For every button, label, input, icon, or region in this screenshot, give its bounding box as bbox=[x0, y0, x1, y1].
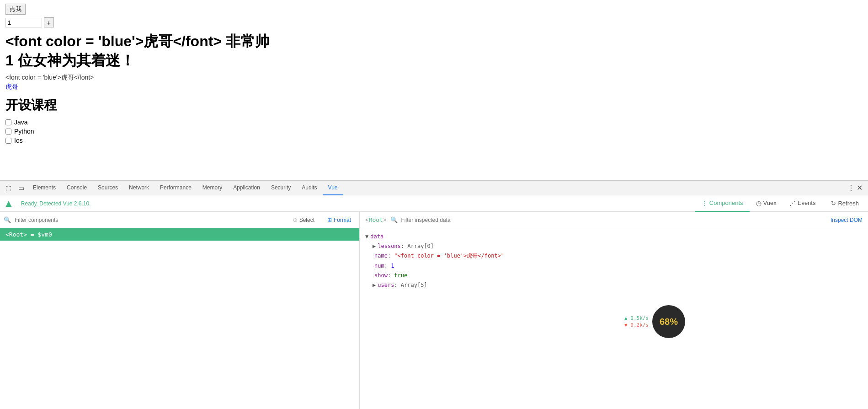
vue-tab-components[interactable]: ⋮ Components bbox=[695, 195, 750, 212]
tab-application[interactable]: Application bbox=[228, 181, 266, 195]
more-options-icon[interactable]: ⋮ bbox=[847, 183, 855, 192]
vue-status: Ready. Detected Vue 2.6.10. bbox=[21, 200, 691, 207]
vue-tab-components-label: Components bbox=[709, 199, 743, 206]
refresh-icon: ↻ bbox=[831, 200, 836, 207]
vue-tab-events-label: Events bbox=[798, 199, 816, 206]
click-button[interactable]: 点我 bbox=[5, 4, 26, 15]
key-users: users bbox=[378, 281, 394, 290]
data-line-show: show : true bbox=[365, 271, 863, 280]
colon-lessons: : bbox=[401, 242, 407, 251]
data-search-icon: 🔍 bbox=[390, 216, 398, 223]
colon-show: : bbox=[388, 271, 394, 280]
data-line-data: ▼ data bbox=[365, 232, 863, 242]
num-input[interactable] bbox=[5, 18, 42, 27]
perf-download-stat: ▼ 0.2k/s bbox=[624, 322, 649, 328]
refresh-button[interactable]: ↻ Refresh bbox=[825, 197, 864, 210]
devtools-close-area: ⋮ ✕ bbox=[847, 183, 866, 192]
java-checkbox[interactable] bbox=[5, 119, 11, 125]
inspect-dom-button[interactable]: Inspect DOM bbox=[831, 217, 863, 223]
tab-sources[interactable]: Sources bbox=[92, 181, 123, 195]
data-filter-input[interactable] bbox=[401, 217, 827, 223]
headline-line1: <font color = 'blue'>虎哥</font> 非常帅 bbox=[5, 32, 863, 51]
raw-html-display: <font color = 'blue'>虎哥</font> bbox=[5, 74, 863, 82]
val-lessons: Array[0] bbox=[407, 242, 434, 251]
tab-vue[interactable]: Vue bbox=[323, 181, 343, 195]
val-num: 1 bbox=[391, 262, 394, 270]
perf-upload-stat: ▲ 0.5k/s bbox=[624, 315, 649, 321]
vue-logo-icon: ▲ bbox=[4, 198, 14, 210]
select-icon: ⊙ bbox=[293, 217, 298, 223]
triangle-data[interactable]: ▼ bbox=[365, 232, 368, 241]
filter-bar: 🔍 ⊙ Select ⊞ Format bbox=[0, 212, 359, 228]
key-data: data bbox=[370, 232, 383, 241]
close-devtools-icon[interactable]: ✕ bbox=[857, 183, 863, 192]
devtools-tab-bar: ⬚ ▭ Elements Console Sources Network Per… bbox=[0, 181, 868, 195]
java-label: Java bbox=[14, 118, 28, 126]
list-item: Java bbox=[5, 118, 863, 126]
tab-memory[interactable]: Memory bbox=[197, 181, 228, 195]
vue-panel: ▲ Ready. Detected Vue 2.6.10. ⋮ Componen… bbox=[0, 195, 868, 409]
data-header: <Root> 🔍 Inspect DOM bbox=[360, 212, 868, 228]
vue-tab-vuex[interactable]: ◷ Vuex bbox=[750, 195, 783, 212]
tab-audits[interactable]: Audits bbox=[296, 181, 322, 195]
val-show: true bbox=[394, 271, 407, 280]
tab-elements[interactable]: Elements bbox=[27, 181, 61, 195]
perf-meter: 68% bbox=[652, 305, 685, 338]
list-item: Ios bbox=[5, 137, 863, 144]
course-list: Java Python Ios bbox=[5, 118, 863, 144]
vuex-icon: ◷ bbox=[756, 199, 761, 207]
triangle-lessons[interactable]: ▶ bbox=[373, 242, 376, 251]
data-line-users: ▶ users : Array[5] bbox=[365, 280, 863, 290]
tab-console[interactable]: Console bbox=[61, 181, 92, 195]
tab-network[interactable]: Network bbox=[123, 181, 154, 195]
python-label: Python bbox=[14, 128, 34, 135]
vue-tab-events[interactable]: ⋰ Events bbox=[783, 195, 822, 212]
data-content: ▼ data ▶ lessons : Array[0] name : bbox=[360, 228, 868, 409]
key-show: show bbox=[374, 271, 388, 280]
colon-num: : bbox=[384, 262, 391, 270]
perf-overlay: ▲ 0.5k/s ▼ 0.2k/s 68% bbox=[624, 305, 685, 338]
select-button[interactable]: ⊙ Select bbox=[288, 215, 319, 225]
vue-right-panel: <Root> 🔍 Inspect DOM ▼ data ▶ lesso bbox=[360, 212, 868, 409]
tab-performance[interactable]: Performance bbox=[154, 181, 197, 195]
section-title: 开设课程 bbox=[5, 97, 863, 114]
key-name: name bbox=[374, 252, 388, 260]
triangle-users[interactable]: ▶ bbox=[373, 281, 376, 290]
perf-stats: ▲ 0.5k/s ▼ 0.2k/s bbox=[624, 315, 649, 328]
blue-link[interactable]: 虎哥 bbox=[5, 83, 863, 91]
data-line-name: name : "<font color = 'blue'>虎哥</font>" bbox=[365, 251, 863, 261]
root-tag: <Root> bbox=[365, 216, 387, 223]
vue-main: 🔍 ⊙ Select ⊞ Format <Root> = $vm0 bbox=[0, 212, 868, 409]
colon-name: : bbox=[388, 252, 394, 260]
data-line-lessons: ▶ lessons : Array[0] bbox=[365, 242, 863, 251]
events-icon: ⋰ bbox=[789, 199, 796, 207]
search-icon: 🔍 bbox=[4, 216, 11, 223]
vue-tab-vuex-label: Vuex bbox=[763, 199, 777, 206]
filter-components-input[interactable] bbox=[15, 217, 285, 223]
format-button[interactable]: ⊞ Format bbox=[323, 215, 356, 225]
page-content: 点我 + <font color = 'blue'>虎哥</font> 非常帅 … bbox=[0, 0, 868, 180]
root-component-item[interactable]: <Root> = $vm0 bbox=[0, 228, 359, 241]
format-icon: ⊞ bbox=[327, 217, 332, 223]
right-angle: > bbox=[383, 216, 387, 223]
headline: <font color = 'blue'>虎哥</font> 非常帅 1 位女神… bbox=[5, 32, 863, 70]
device-icon-button[interactable]: ▭ bbox=[15, 182, 27, 194]
vue-toolbar: ▲ Ready. Detected Vue 2.6.10. ⋮ Componen… bbox=[0, 195, 868, 212]
python-checkbox[interactable] bbox=[5, 129, 11, 135]
refresh-label: Refresh bbox=[838, 200, 859, 207]
tab-security[interactable]: Security bbox=[266, 181, 296, 195]
ios-checkbox[interactable] bbox=[5, 138, 11, 144]
colon-users: : bbox=[394, 281, 400, 290]
perf-percent: 68% bbox=[660, 317, 678, 327]
inspect-icon-button[interactable]: ⬚ bbox=[2, 182, 15, 194]
components-icon: ⋮ bbox=[701, 199, 708, 207]
list-item: Python bbox=[5, 128, 863, 135]
key-num: num bbox=[374, 262, 384, 270]
devtools-panel: ⬚ ▭ Elements Console Sources Network Per… bbox=[0, 180, 868, 409]
key-lessons: lessons bbox=[378, 242, 401, 251]
ios-label: Ios bbox=[14, 137, 23, 144]
headline-line2: 1 位女神为其着迷！ bbox=[5, 51, 863, 70]
plus-button[interactable]: + bbox=[44, 17, 54, 27]
select-label: Select bbox=[299, 217, 314, 223]
vue-nav-tabs: ⋮ Components ◷ Vuex ⋰ Events bbox=[695, 195, 822, 212]
